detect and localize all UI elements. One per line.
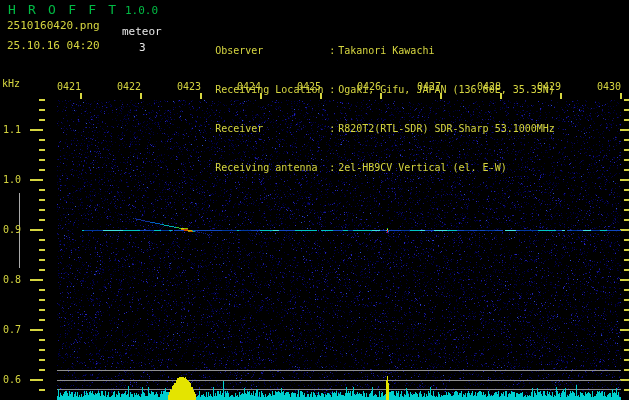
mode-label: meteor [122, 25, 162, 38]
time-tick-label: 0430 [596, 81, 622, 92]
info-label: Receiving antenna [215, 161, 329, 174]
time-tick-label: 0421 [56, 81, 82, 92]
info-separator: : [329, 44, 338, 57]
info-separator: : [329, 122, 338, 135]
info-separator: : [329, 83, 338, 96]
output-filename: 2510160420.png [7, 19, 100, 32]
freq-tick-label: 1.0 [3, 174, 29, 185]
info-label: Observer [215, 44, 329, 57]
app-title: H R O F F T [8, 2, 118, 17]
freq-tick-label: 0.7 [3, 324, 29, 335]
info-value: Takanori Kawachi [338, 45, 434, 56]
freq-tick-label: 0.9 [3, 224, 29, 235]
freq-axis-unit: kHz [2, 78, 20, 89]
info-separator: : [329, 161, 338, 174]
observer-info-block: Observer:Takanori Kawachi Receiving Loca… [179, 5, 555, 187]
meteor-count: 3 [139, 41, 146, 54]
time-tick-label: 0422 [116, 81, 142, 92]
info-value: 2el-HB9CV Vertical (el. E-W) [338, 162, 507, 173]
time-tick-label: 0427 [416, 81, 442, 92]
time-tick-label: 0425 [296, 81, 322, 92]
time-tick-label: 0426 [356, 81, 382, 92]
info-value: R820T2(RTL-SDR) SDR-Sharp 53.1000MHz [338, 123, 555, 134]
freq-tick-label: 0.6 [3, 374, 29, 385]
info-label: Receiver [215, 122, 329, 135]
info-row-observer: Observer:Takanori Kawachi [179, 31, 555, 44]
time-tick-label: 0423 [176, 81, 202, 92]
time-tick-label: 0428 [476, 81, 502, 92]
hrofft-output: H R O F F T 1.0.0 2510160420.png meteor … [0, 0, 629, 400]
info-row-receiver: Receiver:R820T2(RTL-SDR) SDR-Sharp 53.10… [179, 109, 555, 122]
app-version: 1.0.0 [125, 4, 158, 17]
freq-tick-label: 0.8 [3, 274, 29, 285]
time-tick-label: 0424 [236, 81, 262, 92]
datetime-label: 25.10.16 04:20 [7, 39, 100, 52]
info-row-antenna: Receiving antenna:2el-HB9CV Vertical (el… [179, 148, 555, 161]
time-tick-label: 0429 [536, 81, 562, 92]
freq-tick-label: 1.1 [3, 124, 29, 135]
